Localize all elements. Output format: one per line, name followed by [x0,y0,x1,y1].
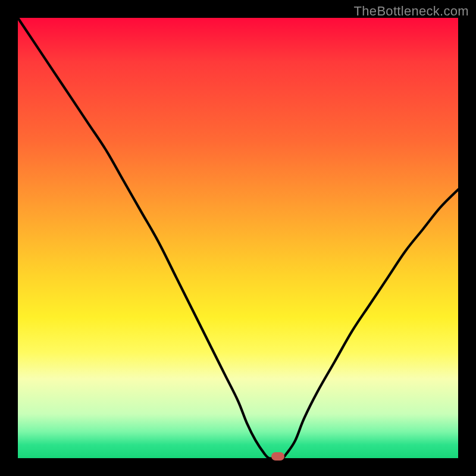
bottleneck-curve [18,18,458,458]
watermark-text: TheBottleneck.com [354,4,469,19]
optimal-point-marker [271,452,284,461]
chart-frame: TheBottleneck.com [0,0,476,476]
plot-area [18,18,458,458]
